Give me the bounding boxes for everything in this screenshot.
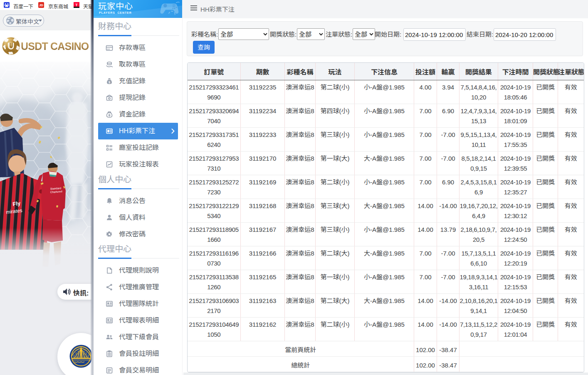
svg-text:$: $: [109, 81, 110, 84]
svg-text:Fly: Fly: [12, 200, 21, 207]
svg-text:T: T: [75, 3, 78, 7]
svg-text:JD: JD: [39, 3, 43, 7]
svg-text:CASINO: CASINO: [7, 50, 15, 52]
